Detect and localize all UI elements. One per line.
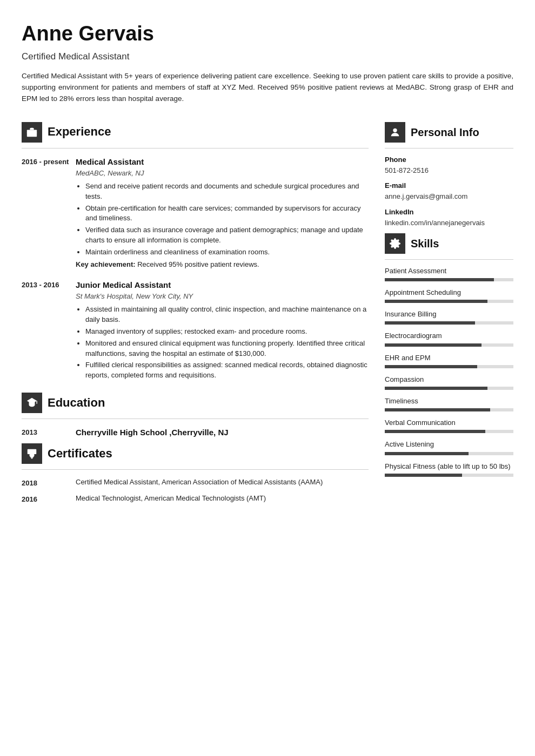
exp-company-2: St Mark's Hospital, New York City, NY bbox=[76, 292, 369, 301]
right-column: Personal Info Phone 501-872-2516 E-mail … bbox=[385, 117, 513, 483]
skill-name-2: Insurance Billing bbox=[385, 309, 513, 319]
phone-label: Phone bbox=[385, 155, 513, 165]
skill-item-6: Timeliness bbox=[385, 396, 513, 411]
main-layout: Experience 2016 - present Medical Assist… bbox=[22, 117, 513, 510]
certificates-title: Certificates bbox=[48, 446, 112, 462]
exp-company-1: MedABC, Newark, NJ bbox=[76, 168, 369, 178]
experience-section: Experience 2016 - present Medical Assist… bbox=[22, 122, 369, 383]
bullet-item: Managed inventory of supplies; restocked… bbox=[85, 327, 369, 337]
skill-name-9: Physical Fitness (able to lift up to 50 … bbox=[385, 462, 513, 471]
skills-list: Patient Assessment Appointment Schedulin… bbox=[385, 266, 513, 477]
edu-year-1: 2013 bbox=[22, 427, 76, 438]
experience-divider bbox=[22, 148, 369, 148]
exp-dates-2: 2013 - 2016 bbox=[22, 279, 76, 383]
certificates-icon bbox=[22, 443, 42, 464]
skill-name-7: Verbal Communication bbox=[385, 418, 513, 428]
skill-bar-fill-9 bbox=[385, 474, 462, 477]
cert-name-2: Medical Technologist, American Medical T… bbox=[76, 494, 266, 504]
skill-name-8: Active Listening bbox=[385, 440, 513, 449]
experience-entry-1: 2016 - present Medical Assistant MedABC,… bbox=[22, 156, 369, 269]
email-value: anne.j.gervais@gmail.com bbox=[385, 192, 513, 201]
bullet-item: Send and receive patient records and doc… bbox=[85, 181, 369, 202]
exp-bullets-1: Send and receive patient records and doc… bbox=[76, 181, 369, 258]
linkedin-value: linkedin.com/in/annejanegervais bbox=[385, 218, 513, 228]
skill-item-2: Insurance Billing bbox=[385, 309, 513, 325]
skill-item-3: Electrocardiogram bbox=[385, 331, 513, 346]
cert-year-1: 2018 bbox=[22, 477, 76, 488]
certificate-svg bbox=[26, 448, 38, 460]
education-section: Education 2013 Cherryville High School ,… bbox=[22, 393, 369, 438]
phone-value: 501-872-2516 bbox=[385, 166, 513, 176]
bullet-item: Obtain pre-certification for health care… bbox=[85, 204, 369, 224]
skill-bar-fill-4 bbox=[385, 365, 477, 368]
skills-title: Skills bbox=[411, 236, 439, 251]
bullet-item: Verified data such as insurance coverage… bbox=[85, 225, 369, 246]
bullet-item: Fulfilled clerical responsibilities as a… bbox=[85, 360, 369, 381]
personal-info-header: Personal Info bbox=[385, 122, 513, 143]
skill-bar-bg-7 bbox=[385, 430, 513, 433]
exp-content-2: Junior Medical Assistant St Mark's Hospi… bbox=[76, 279, 369, 383]
skill-bar-bg-0 bbox=[385, 278, 513, 281]
exp-jobtitle-1: Medical Assistant bbox=[76, 156, 369, 167]
skill-bar-bg-8 bbox=[385, 452, 513, 455]
skill-bar-fill-1 bbox=[385, 300, 487, 303]
skill-item-1: Appointment Scheduling bbox=[385, 288, 513, 303]
skill-bar-bg-4 bbox=[385, 365, 513, 368]
education-icon bbox=[22, 393, 42, 413]
skill-bar-bg-1 bbox=[385, 300, 513, 303]
certificates-header: Certificates bbox=[22, 443, 369, 464]
summary-text: Certified Medical Assistant with 5+ year… bbox=[22, 71, 513, 105]
key-achievement-text-1: Received 95% positive patient reviews. bbox=[137, 260, 259, 268]
skills-svg bbox=[389, 238, 401, 249]
certificates-divider bbox=[22, 469, 369, 470]
skill-bar-fill-8 bbox=[385, 452, 469, 455]
education-title: Education bbox=[48, 395, 105, 411]
person-svg bbox=[389, 126, 401, 138]
experience-icon bbox=[22, 122, 42, 143]
header: Anne Gervais Certified Medical Assistant… bbox=[22, 19, 513, 117]
exp-bullets-2: Assisted in maintaining all quality cont… bbox=[76, 305, 369, 381]
skills-icon bbox=[385, 233, 405, 254]
experience-header: Experience bbox=[22, 122, 369, 143]
skill-name-1: Appointment Scheduling bbox=[385, 288, 513, 298]
skill-bar-bg-2 bbox=[385, 321, 513, 325]
certificates-section: Certificates 2018 Certified Medical Assi… bbox=[22, 443, 369, 504]
skill-item-9: Physical Fitness (able to lift up to 50 … bbox=[385, 462, 513, 477]
cert-entry-1: 2018 Certified Medical Assistant, Americ… bbox=[22, 477, 369, 488]
email-label: E-mail bbox=[385, 181, 513, 191]
skill-item-7: Verbal Communication bbox=[385, 418, 513, 433]
skill-bar-fill-0 bbox=[385, 278, 494, 281]
personal-info-title: Personal Info bbox=[411, 125, 479, 140]
bullet-item: Maintain orderliness and cleanliness of … bbox=[85, 247, 369, 258]
exp-dates-1: 2016 - present bbox=[22, 156, 76, 269]
education-entry-1: 2013 Cherryville High School ,Cherryvill… bbox=[22, 427, 369, 438]
cert-name-1: Certified Medical Assistant, American As… bbox=[76, 477, 323, 488]
personal-info-icon bbox=[385, 122, 405, 143]
exp-jobtitle-2: Junior Medical Assistant bbox=[76, 279, 369, 291]
skill-bar-fill-3 bbox=[385, 343, 482, 347]
skill-item-8: Active Listening bbox=[385, 440, 513, 455]
experience-entry-2: 2013 - 2016 Junior Medical Assistant St … bbox=[22, 279, 369, 383]
left-column: Experience 2016 - present Medical Assist… bbox=[22, 117, 369, 510]
skills-section: Skills Patient Assessment Appointment Sc… bbox=[385, 233, 513, 477]
personal-info-section: Personal Info Phone 501-872-2516 E-mail … bbox=[385, 122, 513, 228]
edu-name-1: Cherryville High School ,Cherryville, NJ bbox=[76, 427, 229, 438]
skill-name-4: EHR and EPM bbox=[385, 353, 513, 363]
skill-bar-fill-7 bbox=[385, 430, 485, 433]
skill-name-0: Patient Assessment bbox=[385, 266, 513, 276]
skill-name-3: Electrocardiogram bbox=[385, 331, 513, 341]
exp-content-1: Medical Assistant MedABC, Newark, NJ Sen… bbox=[76, 156, 369, 269]
resume-page: Anne Gervais Certified Medical Assistant… bbox=[0, 0, 535, 756]
skill-bar-bg-3 bbox=[385, 343, 513, 347]
skill-bar-fill-5 bbox=[385, 387, 487, 390]
skill-bar-bg-5 bbox=[385, 387, 513, 390]
svg-rect-0 bbox=[27, 130, 37, 137]
skill-item-0: Patient Assessment bbox=[385, 266, 513, 281]
bullet-item: Assisted in maintaining all quality cont… bbox=[85, 305, 369, 325]
skill-bar-bg-9 bbox=[385, 474, 513, 477]
skill-item-4: EHR and EPM bbox=[385, 353, 513, 368]
skill-name-5: Compassion bbox=[385, 375, 513, 384]
personal-info-divider bbox=[385, 148, 513, 148]
skill-bar-bg-6 bbox=[385, 408, 513, 411]
education-header: Education bbox=[22, 393, 369, 413]
